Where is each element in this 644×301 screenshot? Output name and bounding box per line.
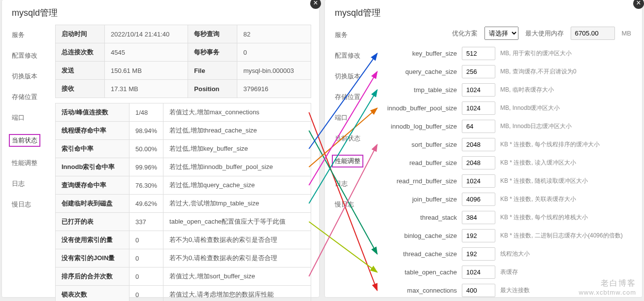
param-desc: KB * 连接数, 关联表缓存大小	[500, 195, 634, 203]
table-row: 索引命中率50.00%若过低,增加key_buffer_size	[56, 140, 311, 158]
param-desc: KB * 连接数, 每个线程的堆栈大小	[500, 213, 634, 222]
param-input[interactable]	[462, 156, 495, 169]
param-label: query_cache_size	[378, 68, 457, 75]
stat-label: 接收	[56, 80, 105, 98]
tuning-topbar: 优化方案 请选择 最大使用内存 MB	[378, 25, 634, 47]
param-label: thread_cache_size	[378, 250, 457, 258]
status-value: 0	[129, 286, 163, 301]
nav-item[interactable]: 服务	[10, 25, 55, 45]
nav-item[interactable]: 性能调整	[10, 153, 55, 173]
stat-label: File	[188, 62, 237, 80]
close-icon[interactable]: ×	[633, 0, 644, 9]
nav-item[interactable]: 服务	[333, 25, 378, 45]
max-memory-input[interactable]	[571, 27, 615, 40]
nav-item[interactable]: 日志	[10, 173, 55, 194]
status-name: 索引命中率	[56, 140, 129, 158]
nav-item[interactable]: 日志	[333, 173, 378, 194]
nav-item[interactable]: 切换版本	[10, 66, 55, 87]
status-advice: 若过低,增加innodb_buffer_pool_size	[163, 158, 311, 176]
param-desc: 线程池大小	[500, 250, 634, 258]
status-value: 76.30%	[129, 176, 163, 195]
table-row: 没有索引的JOIN量0若不为0,请检查数据表的索引是否合理	[56, 249, 311, 268]
nav-right: 服务配置修改切换版本存储位置端口当前状态性能调整日志慢日志	[325, 25, 378, 301]
stat-label: 启动时间	[56, 25, 105, 43]
mem-label: 最大使用内存	[525, 29, 564, 38]
status-value: 0	[129, 249, 163, 268]
status-value: 49.62%	[129, 195, 163, 213]
param-input[interactable]	[462, 174, 495, 188]
table-row: 查询缓存命中率76.30%若过低,增加query_cache_size	[56, 176, 311, 195]
param-desc: KB * 连接数, 每个线程排序的缓冲大小	[500, 140, 634, 149]
param-row: sort_buffer_sizeKB * 连接数, 每个线程排序的缓冲大小	[378, 138, 634, 151]
right-panel: × mysqld管理 服务配置修改切换版本存储位置端口当前状态性能调整日志慢日志…	[325, 0, 642, 297]
panel-title-right: mysqld管理	[325, 0, 642, 25]
table-row: 没有使用索引的量0若不为0,请检查数据表的索引是否合理	[56, 231, 311, 249]
stat-value: 17.31 MB	[105, 80, 188, 98]
close-icon[interactable]: ×	[310, 0, 321, 9]
panel-title-left: mysqld管理	[2, 0, 319, 25]
nav-item[interactable]: 慢日志	[10, 194, 55, 215]
status-name: 排序后的合并次数	[56, 268, 129, 286]
param-label: thread_stack	[378, 214, 457, 221]
status-value: 337	[129, 213, 163, 231]
param-input[interactable]	[462, 101, 495, 115]
param-desc: MB, Innodb日志缓冲区大小	[500, 122, 634, 131]
status-advice: 若不为0,请检查数据表的索引是否合理	[163, 249, 311, 268]
status-table: 活动/峰值连接数1/48若值过大,增加max_connections线程缓存命中…	[55, 103, 311, 301]
nav-item[interactable]: 当前状态	[333, 128, 378, 149]
nav-item[interactable]: 端口	[10, 107, 55, 128]
stat-value: 4545	[105, 43, 188, 62]
param-row: key_buffer_sizeMB, 用于索引的缓冲区大小	[378, 47, 634, 60]
status-name: 创建临时表到磁盘	[56, 195, 129, 213]
param-input[interactable]	[462, 193, 495, 206]
param-input[interactable]	[462, 138, 495, 151]
status-advice: 若值过大,增加sort_buffer_size	[163, 268, 311, 286]
stat-label: Position	[188, 80, 237, 98]
param-input[interactable]	[462, 229, 495, 242]
param-input[interactable]	[462, 47, 495, 60]
param-desc: 最大连接数	[500, 286, 634, 295]
param-row: max_connections最大连接数	[378, 284, 634, 297]
nav-item[interactable]: 慢日志	[333, 194, 378, 215]
left-panel: × mysqld管理 服务配置修改切换版本存储位置端口当前状态性能调整日志慢日志…	[2, 0, 319, 297]
stat-label: 每秒事务	[188, 43, 237, 62]
stat-label: 每秒查询	[188, 25, 237, 43]
param-input[interactable]	[462, 284, 495, 297]
plan-select[interactable]: 请选择	[484, 27, 518, 40]
nav-item[interactable]: 配置修改	[10, 45, 55, 66]
table-row: 排序后的合并次数0若值过大,增加sort_buffer_size	[56, 268, 311, 286]
params-list: key_buffer_sizeMB, 用于索引的缓冲区大小query_cache…	[378, 47, 634, 297]
nav-item[interactable]: 端口	[333, 107, 378, 128]
status-name: 没有使用索引的量	[56, 231, 129, 249]
param-label: innodb_log_buffer_size	[378, 123, 457, 130]
status-value: 0	[129, 268, 163, 286]
nav-item[interactable]: 切换版本	[333, 66, 378, 87]
status-value: 0	[129, 231, 163, 249]
stat-value: 3796916	[237, 80, 311, 98]
status-advice: 若过大,尝试增加tmp_table_size	[163, 195, 311, 213]
status-name: 锁表次数	[56, 286, 129, 301]
param-label: max_connections	[378, 287, 457, 294]
nav-item[interactable]: 配置修改	[333, 45, 378, 66]
nav-item[interactable]: 存储位置	[10, 87, 55, 107]
param-input[interactable]	[462, 211, 495, 224]
table-row: Innodb索引命中率99.96%若过低,增加innodb_buffer_poo…	[56, 158, 311, 176]
nav-item[interactable]: 当前状态	[10, 128, 55, 153]
param-input[interactable]	[462, 83, 495, 97]
param-input[interactable]	[462, 247, 495, 261]
param-input[interactable]	[462, 266, 495, 279]
status-advice: 若过低,增加query_cache_size	[163, 176, 311, 195]
param-input[interactable]	[462, 65, 495, 78]
param-row: read_buffer_sizeKB * 连接数, 读入缓冲区大小	[378, 156, 634, 169]
param-desc: KB * 连接数, 二进制日志缓存大小(4096的倍数)	[500, 232, 634, 240]
param-input[interactable]	[462, 120, 495, 133]
nav-item[interactable]: 存储位置	[333, 87, 378, 107]
plan-label: 优化方案	[452, 29, 478, 38]
status-advice: 若不为0,请检查数据表的索引是否合理	[163, 231, 311, 249]
status-value: 50.00%	[129, 140, 163, 158]
nav-item[interactable]: 性能调整	[333, 149, 378, 173]
param-desc: MB, 用于索引的缓冲区大小	[500, 49, 634, 58]
param-label: read_rnd_buffer_size	[378, 177, 457, 185]
status-name: 已打开的表	[56, 213, 129, 231]
status-value: 99.96%	[129, 158, 163, 176]
